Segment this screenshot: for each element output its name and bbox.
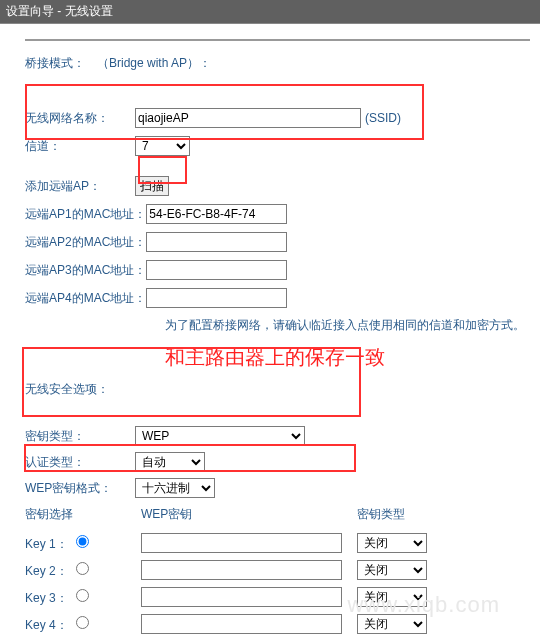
watermark: www.xiqb.com: [347, 592, 500, 618]
highlight-box-4: [24, 444, 356, 472]
remote-ap3-input[interactable]: [146, 260, 287, 280]
remote-ap2-label: 远端AP2的MAC地址：: [25, 234, 146, 251]
wep-format-select[interactable]: 十六进制: [135, 478, 215, 498]
key-row-1: Key 1： 关闭: [25, 529, 433, 556]
bridge-mode-value: （Bridge with AP）：: [97, 55, 211, 72]
key1-radio[interactable]: [76, 535, 89, 548]
key3-name: Key 3：: [25, 591, 68, 605]
key2-type-select[interactable]: 关闭: [357, 560, 427, 580]
key3-radio[interactable]: [76, 589, 89, 602]
col-select: 密钥选择: [25, 504, 141, 529]
key3-input[interactable]: [141, 587, 342, 607]
key-type-label: 密钥类型：: [25, 428, 135, 445]
key1-name: Key 1：: [25, 537, 68, 551]
col-key: WEP密钥: [141, 504, 357, 529]
key-row-2: Key 2： 关闭: [25, 556, 433, 583]
wep-format-label: WEP密钥格式：: [25, 480, 135, 497]
window-title: 设置向导 - 无线设置: [0, 0, 540, 24]
remote-ap3-label: 远端AP3的MAC地址：: [25, 262, 146, 279]
highlight-box-1: [25, 84, 424, 140]
add-remote-label: 添加远端AP：: [25, 178, 135, 195]
remote-ap1-label: 远端AP1的MAC地址：: [25, 206, 146, 223]
channel-label: 信道：: [25, 138, 135, 155]
col-type: 密钥类型: [357, 504, 433, 529]
remote-note: 为了配置桥接网络，请确认临近接入点使用相同的信道和加密方式。: [165, 316, 530, 334]
key1-type-select[interactable]: 关闭: [357, 533, 427, 553]
highlight-box-3: [22, 347, 361, 417]
key-type-select[interactable]: WEP: [135, 426, 305, 446]
key4-radio[interactable]: [76, 616, 89, 629]
key4-input[interactable]: [141, 614, 342, 634]
remote-ap4-label: 远端AP4的MAC地址：: [25, 290, 146, 307]
key4-name: Key 4：: [25, 618, 68, 632]
key2-name: Key 2：: [25, 564, 68, 578]
remote-ap2-input[interactable]: [146, 232, 287, 252]
key1-input[interactable]: [141, 533, 342, 553]
remote-ap4-input[interactable]: [146, 288, 287, 308]
remote-ap1-input[interactable]: [146, 204, 287, 224]
key2-radio[interactable]: [76, 562, 89, 575]
bridge-mode-label: 桥接模式：: [25, 55, 85, 72]
key2-input[interactable]: [141, 560, 342, 580]
highlight-box-2: [138, 156, 187, 184]
